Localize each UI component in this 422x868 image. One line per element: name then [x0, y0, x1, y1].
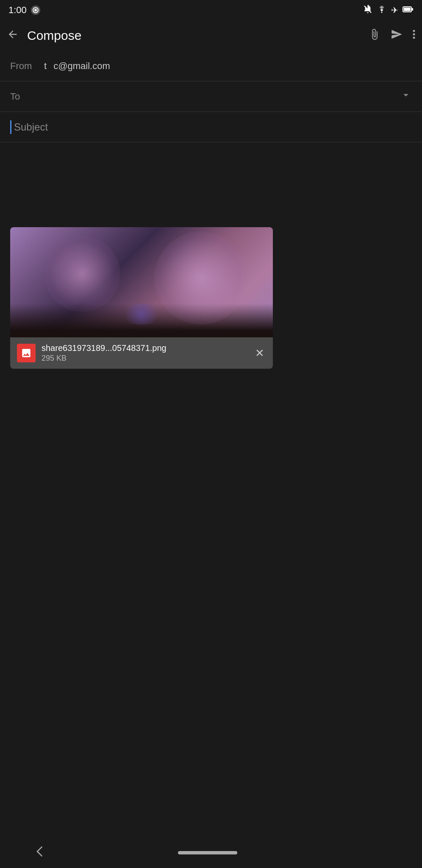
from-email: c@gmail.com — [53, 61, 110, 72]
expand-recipients-icon[interactable] — [400, 89, 412, 104]
svg-point-7 — [413, 30, 415, 32]
status-time: 1:00 — [8, 5, 27, 16]
attach-icon[interactable] — [369, 28, 380, 43]
wifi-icon — [377, 6, 387, 15]
notification-icon — [363, 5, 372, 16]
attachment-info-bar: share631973189...05748371.png 295 KB ✕ — [10, 337, 273, 369]
attachment-details: share631973189...05748371.png 295 KB — [42, 343, 247, 363]
attachment-filename: share631973189...05748371.png — [42, 343, 247, 353]
nav-back-icon[interactable] — [34, 845, 44, 861]
to-label: To — [10, 91, 44, 102]
attachment-container: share631973189...05748371.png 295 KB ✕ — [10, 227, 273, 369]
send-icon[interactable] — [391, 28, 403, 43]
file-type-icon — [17, 344, 36, 362]
svg-point-3 — [381, 12, 383, 13]
status-bar: 1:00 ✈ — [0, 0, 422, 20]
svg-rect-6 — [412, 8, 413, 11]
body-area[interactable] — [0, 142, 422, 227]
bottom-nav — [0, 837, 422, 868]
battery-icon — [403, 6, 414, 14]
app-bar: Compose — [0, 20, 422, 51]
attachment-size: 295 KB — [42, 354, 247, 363]
attachment-preview-image — [10, 227, 273, 337]
account-name: t — [44, 61, 47, 72]
from-label: From — [10, 61, 44, 72]
svg-point-8 — [413, 33, 415, 35]
back-button[interactable] — [7, 28, 19, 43]
svg-rect-5 — [404, 8, 411, 11]
subject-field[interactable]: Subject — [0, 112, 422, 142]
subject-placeholder: Subject — [14, 121, 48, 133]
status-right: ✈ — [363, 5, 414, 16]
svg-point-9 — [413, 36, 415, 39]
to-field[interactable]: To — [0, 81, 422, 112]
airplane-icon: ✈ — [391, 5, 398, 15]
text-cursor — [10, 120, 11, 134]
app-bar-actions — [369, 28, 415, 43]
from-field: From t c@gmail.com — [0, 51, 422, 81]
svg-point-1 — [34, 9, 37, 11]
home-indicator[interactable] — [178, 851, 237, 854]
to-input[interactable] — [44, 91, 400, 102]
status-left: 1:00 — [8, 5, 40, 16]
status-circle-icon — [31, 6, 40, 15]
remove-attachment-button[interactable]: ✕ — [253, 345, 266, 362]
more-options-icon[interactable] — [413, 28, 415, 43]
page-title: Compose — [27, 28, 369, 43]
